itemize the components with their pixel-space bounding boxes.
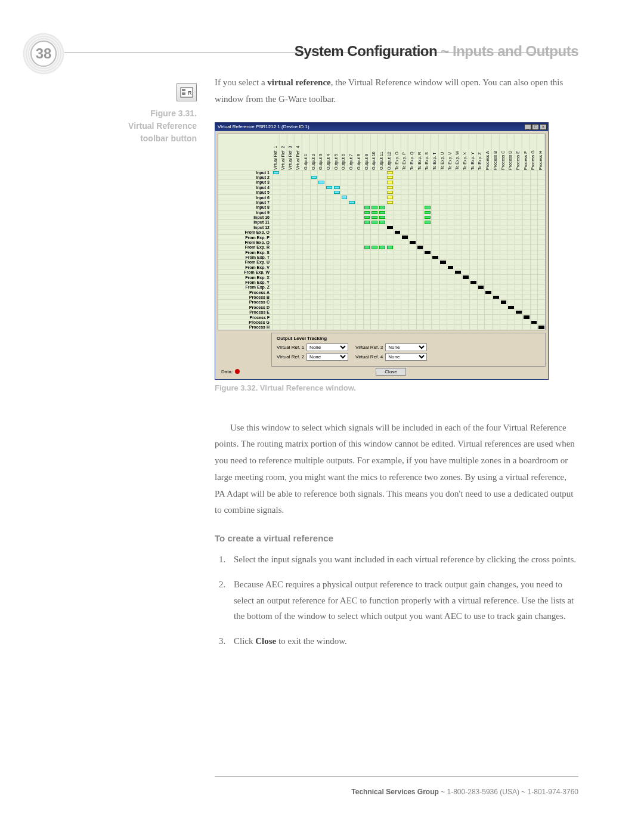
matrix-cell[interactable] (454, 194, 462, 199)
matrix-cell[interactable] (477, 170, 485, 175)
matrix-cell[interactable] (537, 320, 545, 324)
matrix-cell[interactable] (378, 194, 386, 199)
matrix-cell[interactable] (423, 194, 431, 199)
matrix-cell[interactable] (302, 190, 310, 194)
matrix-cell[interactable] (484, 270, 492, 274)
matrix-cell[interactable] (348, 219, 355, 224)
matrix-cell[interactable] (469, 190, 477, 194)
matrix-cell[interactable] (386, 210, 394, 215)
matrix-cell[interactable] (317, 265, 325, 270)
matrix-cell[interactable] (272, 179, 280, 184)
matrix-cell[interactable] (439, 314, 447, 319)
matrix-cell[interactable] (447, 210, 454, 215)
matrix-cell[interactable] (537, 194, 545, 199)
matrix-cell[interactable] (454, 270, 462, 274)
matrix-cell[interactable] (287, 225, 295, 230)
matrix-cell[interactable] (537, 210, 545, 215)
matrix-cell[interactable] (302, 270, 310, 274)
matrix-cell[interactable] (439, 309, 447, 314)
matrix-cell[interactable] (317, 299, 325, 304)
matrix-cell[interactable] (317, 250, 325, 255)
matrix-cell[interactable] (500, 194, 507, 199)
matrix-cell[interactable] (272, 295, 280, 299)
matrix-cell[interactable] (287, 215, 295, 219)
matrix-cell[interactable] (287, 295, 295, 299)
matrix-cell[interactable] (537, 200, 545, 205)
matrix-cell[interactable] (280, 299, 287, 304)
matrix-cell[interactable] (537, 234, 545, 239)
matrix-cell[interactable] (386, 274, 394, 279)
matrix-cell[interactable] (492, 314, 500, 319)
matrix-cell[interactable] (408, 255, 416, 259)
matrix-cell[interactable] (280, 290, 287, 295)
matrix-cell[interactable] (394, 299, 401, 304)
matrix-cell[interactable] (363, 240, 371, 244)
matrix-cell[interactable] (423, 234, 431, 239)
matrix-cell[interactable] (447, 194, 454, 199)
matrix-cell[interactable] (492, 230, 500, 234)
matrix-cell[interactable] (310, 240, 318, 244)
matrix-cell[interactable] (447, 259, 454, 264)
matrix-cell[interactable] (287, 255, 295, 259)
matrix-cell[interactable] (348, 230, 355, 234)
matrix-cell[interactable] (515, 179, 522, 184)
matrix-cell[interactable] (439, 170, 447, 175)
matrix-cell[interactable] (522, 185, 530, 190)
matrix-cell[interactable] (340, 190, 348, 194)
matrix-cell[interactable] (537, 215, 545, 219)
matrix-cell[interactable] (423, 274, 431, 279)
matrix-cell[interactable] (530, 234, 538, 239)
matrix-cell[interactable] (477, 215, 485, 219)
matrix-cell[interactable] (302, 210, 310, 215)
matrix-cell[interactable] (386, 320, 394, 324)
matrix-cell[interactable] (507, 225, 515, 230)
matrix-cell[interactable] (477, 194, 485, 199)
matrix-cell[interactable] (340, 309, 348, 314)
matrix-cell[interactable] (530, 320, 538, 324)
matrix-cell[interactable] (325, 314, 333, 319)
matrix-cell[interactable] (507, 185, 515, 190)
matrix-cell[interactable] (295, 215, 302, 219)
matrix-cell[interactable] (401, 175, 408, 179)
matrix-cell[interactable] (310, 324, 318, 329)
matrix-cell[interactable] (408, 205, 416, 209)
matrix-cell[interactable] (500, 205, 507, 209)
matrix-cell[interactable] (386, 309, 394, 314)
matrix-cell[interactable] (325, 200, 333, 205)
matrix-cell[interactable] (500, 265, 507, 270)
matrix-cell[interactable] (507, 200, 515, 205)
matrix-cell[interactable] (408, 309, 416, 314)
matrix-cell[interactable] (348, 210, 355, 215)
matrix-cell[interactable] (272, 215, 280, 219)
matrix-cell[interactable] (317, 190, 325, 194)
matrix-cell[interactable] (394, 194, 401, 199)
matrix-cell[interactable] (333, 309, 340, 314)
matrix-cell[interactable] (287, 210, 295, 215)
matrix-cell[interactable] (515, 250, 522, 255)
matrix-cell[interactable] (317, 314, 325, 319)
matrix-cell[interactable] (492, 309, 500, 314)
matrix-cell[interactable] (454, 240, 462, 244)
matrix-cell[interactable] (280, 265, 287, 270)
matrix-cell[interactable] (310, 270, 318, 274)
matrix-cell[interactable] (462, 205, 469, 209)
matrix-cell[interactable] (302, 179, 310, 184)
matrix-cell[interactable] (431, 185, 439, 190)
matrix-cell[interactable] (537, 170, 545, 175)
matrix-cell[interactable] (507, 295, 515, 299)
matrix-cell[interactable] (537, 219, 545, 224)
matrix-cell[interactable] (370, 250, 378, 255)
matrix-cell[interactable] (515, 205, 522, 209)
matrix-cell[interactable] (333, 175, 340, 179)
close-button[interactable]: Close (376, 368, 405, 376)
matrix-cell[interactable] (507, 274, 515, 279)
matrix-cell[interactable] (484, 234, 492, 239)
matrix-cell[interactable] (325, 259, 333, 264)
matrix-cell[interactable] (386, 200, 394, 205)
matrix-cell[interactable] (317, 215, 325, 219)
matrix-cell[interactable] (363, 314, 371, 319)
matrix-cell[interactable] (363, 234, 371, 239)
matrix-cell[interactable] (515, 230, 522, 234)
matrix-cell[interactable] (431, 255, 439, 259)
matrix-cell[interactable] (530, 179, 538, 184)
